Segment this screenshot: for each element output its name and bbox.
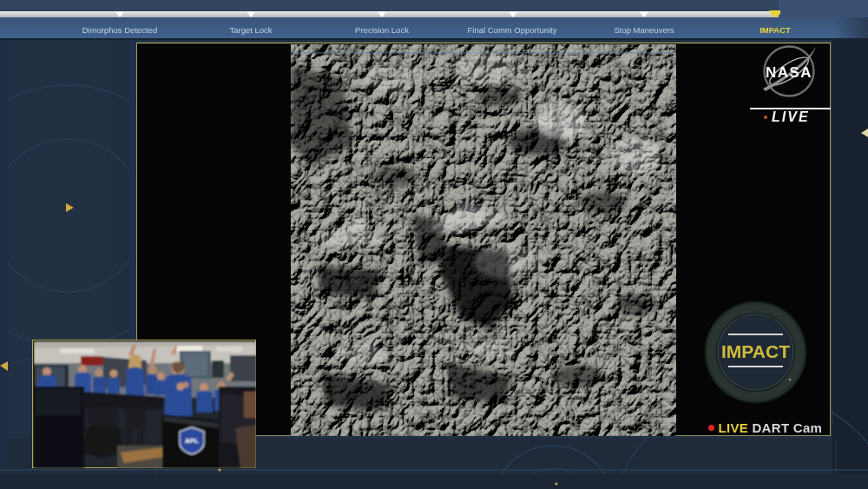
svg-text:IMPACT: IMPACT xyxy=(721,341,790,361)
svg-text:APL: APL xyxy=(185,437,199,445)
svg-text:NASA: NASA xyxy=(766,64,812,81)
